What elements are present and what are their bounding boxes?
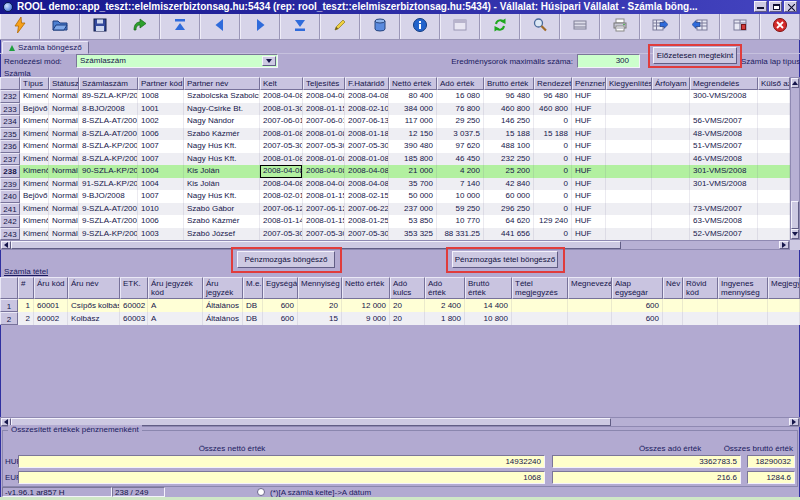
table-cell[interactable]: 2007-06-22 xyxy=(345,203,389,216)
table-cell[interactable]: 88 331.25 xyxy=(437,228,484,241)
column-header[interactable]: Bruttó érték xyxy=(484,77,534,90)
table-cell[interactable] xyxy=(758,90,790,103)
table-cell[interactable] xyxy=(718,299,768,312)
invoice-vscroll-thumb[interactable] xyxy=(791,201,799,229)
table-cell[interactable]: 60 000 xyxy=(484,190,534,203)
table-cell[interactable] xyxy=(512,299,568,312)
table-cell[interactable]: 1 800 xyxy=(425,312,465,325)
column-header[interactable]: Árfolyam xyxy=(652,77,690,90)
table-cell[interactable]: 10 770 xyxy=(437,215,484,228)
table-cell[interactable]: 232 250 xyxy=(484,153,534,166)
column-header[interactable]: Pénznem xyxy=(572,77,606,90)
table-cell[interactable] xyxy=(663,299,683,312)
table-cell[interactable]: 129 240 xyxy=(534,215,572,228)
table-cell[interactable]: 0 xyxy=(534,203,572,216)
table-cell[interactable]: 8-SZLA-KP/2007 xyxy=(79,140,138,153)
column-header[interactable]: Név xyxy=(663,277,683,299)
table-cell[interactable]: Normál xyxy=(49,228,79,241)
table-cell[interactable]: 7 140 xyxy=(437,178,484,191)
money-item-browser-button[interactable]: Pénzmozgás tétel böngésző xyxy=(452,251,558,268)
table-cell[interactable]: 0 xyxy=(534,228,572,241)
invoice-row[interactable]: 238KimenőNormál90-SZLA-KP/20081004Kis Jo… xyxy=(0,165,790,178)
invoice-row[interactable]: 241KimenőNormál9-SZLA-AT/20071010Szabó G… xyxy=(0,203,790,216)
table-cell[interactable]: 300-VMS/2008 xyxy=(690,90,758,103)
table-cell[interactable]: Szabó Kázmér xyxy=(184,215,260,228)
table-cell[interactable]: 8-SZLA-KP/2008 xyxy=(79,153,138,166)
table-cell[interactable]: 1004 xyxy=(138,165,184,178)
table-cell[interactable] xyxy=(512,312,568,325)
column-header[interactable]: M.e. xyxy=(243,277,263,299)
row-number[interactable]: 237 xyxy=(0,153,20,166)
invoice-row[interactable]: 237KimenőNormál8-SZLA-KP/20081007Nagy Hú… xyxy=(0,153,790,166)
table-cell[interactable]: Normál xyxy=(49,140,79,153)
column-header[interactable]: Adó érték xyxy=(437,77,484,90)
table-cell[interactable]: 2008-04-08 xyxy=(345,90,389,103)
table-cell[interactable]: 60001 xyxy=(34,299,68,312)
column-header[interactable]: ETK. xyxy=(120,277,148,299)
table-cell[interactable]: Normál xyxy=(49,178,79,191)
table-cell[interactable]: 1010 xyxy=(138,203,184,216)
table-cell[interactable]: Nagy Hús Kft. xyxy=(184,153,260,166)
column-header[interactable]: Áru jegyzék kód xyxy=(148,277,203,299)
table-cell[interactable]: 8-SZLA-AT/2008 xyxy=(79,128,138,141)
table-cell[interactable]: 2008-04-08 xyxy=(260,178,303,191)
table-cell[interactable]: 76 800 xyxy=(437,103,484,116)
table-cell[interactable]: 60002 xyxy=(34,312,68,325)
table-cell[interactable]: HUF xyxy=(572,115,606,128)
table-cell[interactable]: 600 xyxy=(612,312,663,325)
column-header[interactable]: Megnevezés xyxy=(568,277,612,299)
table-cell[interactable]: HUF xyxy=(572,228,606,241)
table-cell[interactable]: 460 800 xyxy=(484,103,534,116)
table-cell[interactable]: 600 xyxy=(263,312,298,325)
table-cell[interactable]: Kimenő xyxy=(20,215,49,228)
toolbar-button-last-record[interactable] xyxy=(280,14,320,39)
sort-mode-dropdown[interactable]: Számlaszám xyxy=(76,54,278,68)
table-cell[interactable] xyxy=(606,228,652,241)
column-header[interactable]: Kelt xyxy=(260,77,303,90)
column-header[interactable]: Státusz xyxy=(49,77,79,90)
table-cell[interactable] xyxy=(606,115,652,128)
column-header[interactable]: Rövid kód xyxy=(683,277,718,299)
scroll-up-icon[interactable] xyxy=(791,78,799,88)
table-cell[interactable]: 4 200 xyxy=(437,165,484,178)
max-rows-input[interactable]: 300 xyxy=(577,54,640,68)
table-cell[interactable]: Kimenő xyxy=(20,165,49,178)
table-cell[interactable]: Normál xyxy=(49,165,79,178)
table-cell[interactable]: HUF xyxy=(572,153,606,166)
table-cell[interactable]: 0 xyxy=(534,153,572,166)
table-cell[interactable] xyxy=(606,140,652,153)
table-cell[interactable]: 600 xyxy=(612,299,663,312)
table-cell[interactable]: Nagy Hús Kft. xyxy=(184,140,260,153)
table-cell[interactable]: 56-VMS/2007 xyxy=(690,115,758,128)
invoice-vscrollbar[interactable] xyxy=(790,77,800,240)
table-cell[interactable] xyxy=(758,178,790,191)
table-cell[interactable] xyxy=(758,103,790,116)
table-cell[interactable] xyxy=(758,190,790,203)
column-header[interactable]: Mennyiség xyxy=(298,277,342,299)
table-cell[interactable]: 35 700 xyxy=(389,178,437,191)
row-number[interactable]: 238 xyxy=(0,165,20,178)
table-cell[interactable]: 2008-01-08 xyxy=(303,128,345,141)
table-cell[interactable]: 460 800 xyxy=(534,103,572,116)
row-number[interactable]: 1 xyxy=(0,299,18,312)
table-cell[interactable]: 9-SZLA-AT/2007 xyxy=(79,203,138,216)
table-cell[interactable]: 301-VMS/2008 xyxy=(690,178,758,191)
table-cell[interactable]: 2007-05-30 xyxy=(260,228,303,241)
table-cell[interactable]: 390 480 xyxy=(389,140,437,153)
table-cell[interactable]: 1007 xyxy=(138,140,184,153)
table-cell[interactable]: 2008-01-08 xyxy=(303,153,345,166)
table-cell[interactable] xyxy=(606,203,652,216)
table-cell[interactable]: 9 000 xyxy=(342,312,390,325)
table-cell[interactable]: 48-VMS/2008 xyxy=(690,128,758,141)
table-cell[interactable]: Normál xyxy=(49,115,79,128)
table-cell[interactable]: Szabolcska Szabolcs xyxy=(184,90,260,103)
table-cell[interactable] xyxy=(606,190,652,203)
column-header[interactable]: Nettó érték xyxy=(389,77,437,90)
table-cell[interactable]: 16 080 xyxy=(437,90,484,103)
table-cell[interactable] xyxy=(718,312,768,325)
table-cell[interactable]: 42 840 xyxy=(484,178,534,191)
table-cell[interactable]: 80 400 xyxy=(389,90,437,103)
column-header[interactable]: Kiegyenlítés xyxy=(606,77,652,90)
table-cell[interactable]: 2 xyxy=(18,312,34,325)
column-header[interactable]: Partner név xyxy=(184,77,260,90)
